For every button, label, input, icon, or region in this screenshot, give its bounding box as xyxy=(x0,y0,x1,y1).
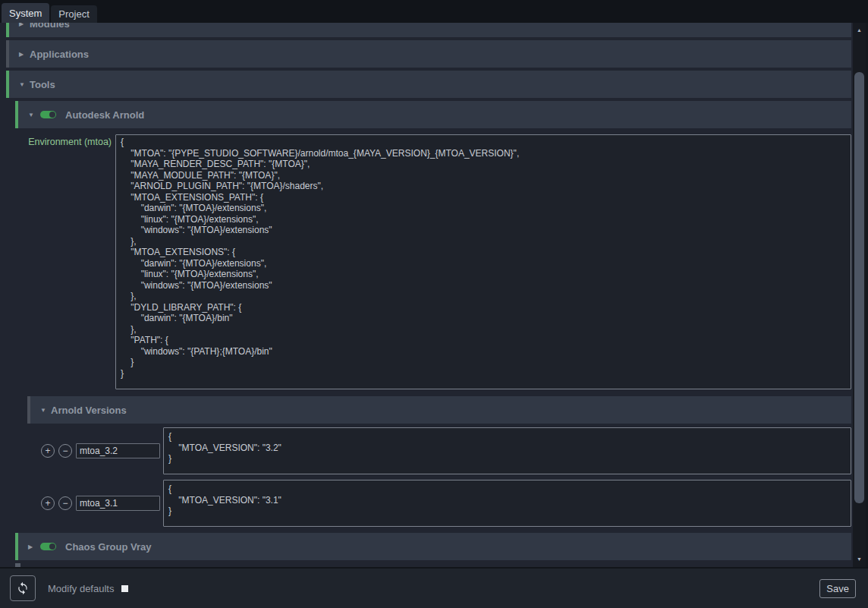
section-label: Tools xyxy=(30,79,55,90)
toggle-knob-icon xyxy=(49,112,55,118)
version-json-textarea[interactable]: { "MTOA_VERSION": "3.2" } xyxy=(163,427,851,474)
tab-system[interactable]: System xyxy=(2,3,49,23)
version-key-input[interactable] xyxy=(76,443,160,458)
arnold-versions-section: ▼ Arnold Versions + − { "MTOA_VERSION": … xyxy=(27,396,851,527)
collapse-arrow-icon: ▼ xyxy=(40,407,51,414)
refresh-icon xyxy=(16,581,30,595)
expand-arrow-icon: ▶ xyxy=(19,51,30,58)
section-header-tools[interactable]: ▼ Tools xyxy=(6,71,851,98)
scroll-down-icon[interactable]: ▼ xyxy=(853,553,866,565)
arnold-enabled-toggle[interactable] xyxy=(40,111,56,118)
add-version-button[interactable]: + xyxy=(41,496,55,510)
tab-project[interactable]: Project xyxy=(51,5,96,23)
section-label: Applications xyxy=(30,49,89,60)
environment-label: Environment (mtoa) xyxy=(15,134,115,389)
vray-enabled-toggle[interactable] xyxy=(40,543,56,550)
section-label: Modules xyxy=(30,23,70,30)
collapse-arrow-icon: ▼ xyxy=(28,112,39,118)
expand-arrow-icon: ▶ xyxy=(19,23,30,27)
version-key-input[interactable] xyxy=(76,496,160,511)
toggle-knob-icon xyxy=(49,543,55,550)
version-row: + − { "MTOA_VERSION": "3.2" } xyxy=(27,427,851,474)
section-header-arnold-versions[interactable]: ▼ Arnold Versions xyxy=(27,396,851,424)
section-label: Autodesk Arnold xyxy=(65,109,144,121)
footer-bar: Modify defaults Save xyxy=(0,567,868,608)
settings-tab-bar: System Project xyxy=(0,0,868,23)
modify-defaults-checkbox[interactable] xyxy=(121,585,128,592)
remove-version-button[interactable]: − xyxy=(58,444,72,458)
collapse-arrow-icon: ▼ xyxy=(19,81,30,88)
save-button[interactable]: Save xyxy=(819,579,856,598)
expand-arrow-icon: ▶ xyxy=(28,543,39,550)
scroll-up-icon[interactable]: ▲ xyxy=(853,24,866,36)
section-header-applications[interactable]: ▶ Applications xyxy=(6,40,851,68)
remove-version-button[interactable]: − xyxy=(58,496,72,510)
version-row: + − { "MTOA_VERSION": "3.1" } xyxy=(27,480,851,527)
section-label: Chaos Group Vray xyxy=(65,541,151,553)
section-label: Arnold Versions xyxy=(51,405,127,416)
vertical-scrollbar[interactable]: ▲ ▼ xyxy=(853,23,866,567)
modify-defaults-label: Modify defaults xyxy=(48,583,114,594)
environment-row: Environment (mtoa) { "MTOA": "{PYPE_STUD… xyxy=(15,134,851,389)
tools-content: ▼ Autodesk Arnold Environment (mtoa) { "… xyxy=(6,101,851,567)
version-json-textarea[interactable]: { "MTOA_VERSION": "3.1" } xyxy=(163,480,851,527)
add-version-button[interactable]: + xyxy=(41,444,55,458)
section-header-autodesk-arnold[interactable]: ▼ Autodesk Arnold xyxy=(15,101,851,128)
settings-scroll-area: ▶ Modules ▶ Applications ▼ Tools ▼ Autod… xyxy=(0,23,853,567)
section-header-modules[interactable]: ▶ Modules xyxy=(6,23,851,37)
environment-json-textarea[interactable]: { "MTOA": "{PYPE_STUDIO_SOFTWARE}/arnold… xyxy=(115,134,851,389)
refresh-button[interactable] xyxy=(10,575,36,601)
section-header-chaos-group-vray[interactable]: ▶ Chaos Group Vray xyxy=(15,533,851,560)
scrollbar-thumb[interactable] xyxy=(854,72,864,503)
